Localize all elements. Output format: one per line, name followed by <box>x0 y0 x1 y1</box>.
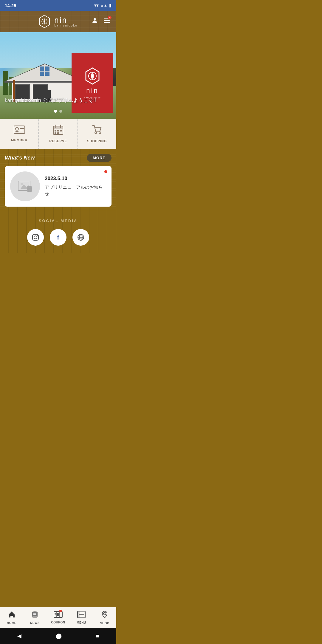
svg-rect-23 <box>57 132 59 134</box>
svg-rect-6 <box>104 22 110 23</box>
hero-dots <box>54 110 62 113</box>
svg-point-24 <box>95 132 97 134</box>
svg-point-25 <box>99 132 101 134</box>
facebook-button[interactable]: f <box>50 229 66 246</box>
logo-text: nin <box>54 16 78 24</box>
social-icons-row: f <box>5 229 112 246</box>
hero-banner: nin kamiyuidoko kamiyuidoko nin 公式アプリへよう… <box>0 32 116 119</box>
news-notification-dot <box>104 170 107 173</box>
svg-point-9 <box>91 75 94 77</box>
whats-new-section: What's New MORE 2023.5.10 アプリリニューアルのお知らせ <box>0 149 116 211</box>
svg-rect-14 <box>20 130 23 130</box>
svg-point-11 <box>16 127 18 130</box>
shopping-icon <box>92 125 102 137</box>
header-actions: N <box>91 17 110 26</box>
reserve-icon <box>53 125 63 137</box>
shopping-menu-item[interactable]: SHOPPING <box>78 119 116 149</box>
header: nin kamiyuidoko N <box>0 11 116 32</box>
member-icon <box>14 126 25 136</box>
status-time: 14:25 <box>5 3 16 8</box>
news-thumbnail <box>10 171 40 201</box>
menu-notification-badge: N <box>108 16 112 19</box>
svg-point-3 <box>94 18 96 21</box>
shopping-label: SHOPPING <box>87 139 107 143</box>
svg-rect-19 <box>55 130 56 131</box>
banner-emblem-icon <box>83 67 101 85</box>
menu-icon[interactable]: N <box>103 17 110 26</box>
reserve-menu-item[interactable]: RESERVE <box>39 119 78 149</box>
social-media-section: SOCIAL MEDIA f <box>0 211 116 253</box>
status-bar: 14:25 ▾▾ ▲▲ ▮ <box>0 0 116 11</box>
bottom-spacer <box>0 253 116 271</box>
member-label: MEMBER <box>11 138 27 142</box>
logo-sub: kamiyuidoko <box>54 24 78 27</box>
instagram-button[interactable] <box>27 229 44 246</box>
battery-icon: ▮ <box>109 3 112 8</box>
wifi-icon: ▾▾ <box>94 3 98 8</box>
svg-rect-20 <box>57 130 59 131</box>
more-button[interactable]: MORE <box>87 154 112 162</box>
status-icons: ▾▾ ▲▲ ▮ <box>94 3 112 8</box>
reserve-label: RESERVE <box>49 139 67 143</box>
social-media-title: SOCIAL MEDIA <box>5 219 112 223</box>
member-menu-item[interactable]: MEMBER <box>0 119 39 149</box>
banner-nin-text: nin <box>86 87 98 95</box>
svg-rect-13 <box>20 128 24 129</box>
svg-point-2 <box>44 21 45 22</box>
header-logo: nin kamiyuidoko <box>24 15 91 28</box>
user-icon[interactable] <box>91 17 98 26</box>
svg-rect-16 <box>53 126 63 129</box>
hero-caption: kamiyuidoko nin 公式アプリへようこそ!! <box>5 97 96 104</box>
hero-dot-1[interactable] <box>54 110 57 113</box>
svg-rect-22 <box>55 132 56 134</box>
logo-emblem-icon <box>38 15 51 28</box>
svg-point-35 <box>37 235 38 236</box>
hero-image: nin kamiyuidoko <box>0 32 116 119</box>
website-button[interactable] <box>72 229 89 246</box>
quick-menu: MEMBER RESERVE SHOPPING <box>0 119 116 149</box>
news-content: 2023.5.10 アプリリニューアルのお知らせ <box>45 176 106 197</box>
news-date: 2023.5.10 <box>45 176 106 182</box>
svg-rect-5 <box>104 20 110 21</box>
svg-rect-12 <box>16 131 18 132</box>
hero-dot-2[interactable] <box>59 110 62 113</box>
svg-point-34 <box>34 236 37 239</box>
svg-rect-30 <box>27 186 32 192</box>
whats-new-title: What's New <box>5 155 35 161</box>
nin-red-banner: nin kamiyuidoko <box>72 53 113 113</box>
signal-icon: ▲▲ <box>100 3 107 7</box>
whats-new-header: What's New MORE <box>5 154 112 162</box>
svg-point-29 <box>21 183 23 185</box>
news-card[interactable]: 2023.5.10 アプリリニューアルのお知らせ <box>5 166 112 207</box>
svg-rect-21 <box>60 130 62 131</box>
news-title-text: アプリリニューアルのお知らせ <box>45 184 106 197</box>
